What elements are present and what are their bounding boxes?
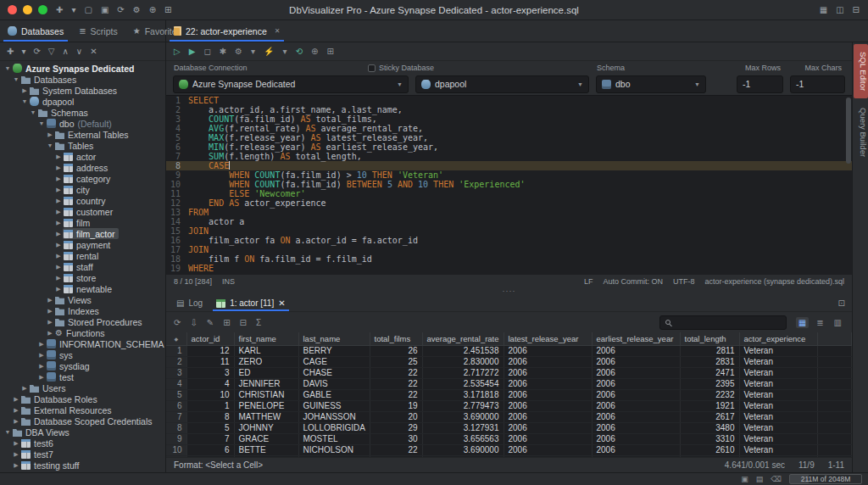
format-sql-icon[interactable]: ✱ [220, 47, 226, 56]
chevron-right-icon[interactable]: ▶ [54, 164, 63, 171]
refresh-icon[interactable]: ⟳ [117, 5, 124, 14]
table-cell[interactable]: 11 [186, 356, 234, 367]
chevron-right-icon[interactable]: ▶ [12, 407, 20, 414]
chevron-down-icon[interactable]: ▼ [3, 65, 12, 71]
table-cell[interactable]: JOHNNY [234, 422, 298, 433]
table-cell[interactable]: DAVIS [298, 378, 370, 389]
results-tab-1-actor-11[interactable]: 1: actor [11]✕ [209, 295, 292, 311]
table-cell[interactable]: 8 [186, 411, 234, 422]
close-window-button[interactable] [8, 5, 17, 14]
table-cell[interactable]: 2395 [680, 378, 739, 389]
column-header-average-rental-rate[interactable]: average_rental_rate [422, 332, 504, 345]
table-cell[interactable]: 2006 [504, 422, 592, 433]
tree-item-category[interactable]: ▶category [0, 173, 165, 184]
table-row[interactable]: 106BETTENICHOLSON223.690000200620062610V… [166, 444, 852, 455]
chevron-right-icon[interactable]: ▶ [37, 374, 46, 381]
table-cell[interactable]: 20 [370, 411, 422, 422]
cycle-icon[interactable]: ⟲ [296, 47, 303, 56]
tab-scripts[interactable]: ≣Scripts [71, 20, 125, 42]
chevron-right-icon[interactable]: ▶ [54, 286, 63, 293]
table-cell[interactable]: ED [234, 367, 298, 378]
column-header-earliest-release-year[interactable]: earliest_release_year [592, 332, 680, 345]
table-cell[interactable]: 2006 [592, 367, 680, 378]
table-cell[interactable]: CHRISTIAN [234, 389, 298, 400]
tree-item-country[interactable]: ▶country [0, 195, 165, 206]
tree-item-external-tables[interactable]: ▶External Tables [0, 129, 165, 140]
table-cell[interactable]: 3.127931 [422, 422, 504, 433]
right-tab-sql-editor[interactable]: SQL Editor [854, 44, 868, 98]
save-icon[interactable]: ▣ [101, 5, 108, 14]
table-cell[interactable]: 2006 [592, 433, 680, 444]
checkbox-icon[interactable] [368, 64, 376, 72]
chevron-down-icon[interactable]: ▾ [21, 47, 25, 56]
table-cell[interactable]: MOSTEL [298, 433, 370, 444]
table-cell[interactable]: 2006 [592, 378, 680, 389]
aggregate-icon[interactable]: Σ [256, 318, 261, 327]
search-input[interactable] [675, 318, 781, 327]
tree-item-database-scoped-credentials[interactable]: ▶Database Scoped Credentials [0, 415, 165, 426]
table-cell[interactable]: Veteran [739, 367, 817, 378]
add-icon[interactable]: ✚ [56, 5, 63, 14]
chart-view-icon[interactable]: ▥ [832, 317, 844, 328]
settings-icon[interactable]: ⚙ [235, 47, 242, 56]
table-row[interactable]: 85JOHNNYLOLLOBRIGIDA293.1279312006200634… [166, 422, 852, 433]
table-cell[interactable]: 3.690000 [422, 411, 504, 422]
column-header-first-name[interactable]: first_name [234, 332, 298, 345]
text-view-icon[interactable]: ≣ [814, 317, 826, 328]
column-header-total-length[interactable]: total_length [680, 332, 739, 345]
chevron-right-icon[interactable]: ▶ [54, 209, 63, 215]
editor-tab-actor-experience[interactable]: 22: actor-experience ✕ [166, 20, 287, 42]
table-cell[interactable]: 3480 [680, 422, 739, 433]
chevron-right-icon[interactable]: ▶ [54, 275, 63, 282]
table-cell[interactable]: 2006 [592, 411, 680, 422]
table-cell[interactable]: CAGE [298, 356, 370, 367]
run-script-icon[interactable]: ▶ [189, 47, 196, 56]
table-cell[interactable]: Veteran [739, 400, 817, 411]
chevron-right-icon[interactable]: ▶ [37, 352, 46, 359]
table-cell[interactable]: 2006 [592, 356, 680, 367]
tree-item-payment[interactable]: ▶payment [0, 239, 165, 250]
tree-item-stored-procedures[interactable]: ▶Stored Procedures [0, 316, 165, 327]
chevron-right-icon[interactable]: ▶ [46, 330, 54, 337]
table-row[interactable]: 112KARLBERRY262.451538200620062811Vetera… [166, 345, 852, 356]
tree-item-dba-views[interactable]: ▼DBA Views [0, 426, 165, 438]
chevron-down-icon[interactable]: ▼ [3, 429, 12, 435]
table-cell[interactable]: 30 [370, 433, 422, 444]
chevron-right-icon[interactable]: ▶ [54, 153, 63, 160]
table-cell[interactable]: 4 [186, 378, 234, 389]
table-row[interactable]: 78MATTHEWJOHANSSON203.690000200620062617… [166, 411, 852, 422]
chevron-right-icon[interactable]: ▶ [20, 87, 29, 94]
column-header-actor-id[interactable]: actor_id [186, 332, 234, 345]
chevron-right-icon[interactable]: ▶ [12, 418, 20, 425]
memory-indicator[interactable]: 211M of 2048M [789, 474, 862, 484]
table-cell[interactable]: 2.535454 [422, 378, 504, 389]
table-cell[interactable]: CHASE [298, 367, 370, 378]
add-connection-icon[interactable]: ✚ [7, 47, 14, 56]
tree-item-actor[interactable]: ▶actor [0, 151, 165, 162]
table-cell[interactable]: Veteran [739, 433, 817, 444]
table-cell[interactable]: 10 [186, 389, 234, 400]
tree-item-views[interactable]: ▶Views [0, 294, 165, 305]
table-cell[interactable]: 2617 [680, 411, 739, 422]
table-cell[interactable]: 1921 [680, 400, 739, 411]
table-cell[interactable]: 2006 [504, 345, 592, 356]
table-cell[interactable]: MATTHEW [234, 411, 298, 422]
chevron-down-icon[interactable]: ▼ [12, 76, 20, 82]
open-file-icon[interactable]: ▢ [84, 5, 92, 14]
trash-icon[interactable]: ⌫ [771, 475, 782, 483]
results-tab-log[interactable]: ▤Log [170, 295, 209, 311]
splitter-handle[interactable]: ···· [166, 288, 852, 295]
table-cell[interactable]: 2006 [504, 356, 592, 367]
table-cell[interactable]: 6 [186, 444, 234, 455]
table-cell[interactable]: 2006 [504, 444, 592, 455]
tree-item-rental[interactable]: ▶rental [0, 250, 165, 261]
schema-dropdown[interactable]: dbo ▼ [596, 75, 706, 93]
table-cell[interactable]: 2.830000 [422, 356, 504, 367]
collapse-all-icon[interactable]: ∧ [63, 47, 69, 56]
tree-item-film-actor[interactable]: ▶film_actor [0, 228, 165, 239]
table-cell[interactable]: 2006 [592, 444, 680, 455]
table-cell[interactable]: 2006 [504, 367, 592, 378]
explain-plan-icon[interactable]: ⚡ [264, 47, 274, 56]
grid-icon[interactable]: ⊞ [326, 47, 333, 56]
connection-dropdown[interactable]: Azure Synapse Dedicated ▼ [173, 75, 409, 93]
